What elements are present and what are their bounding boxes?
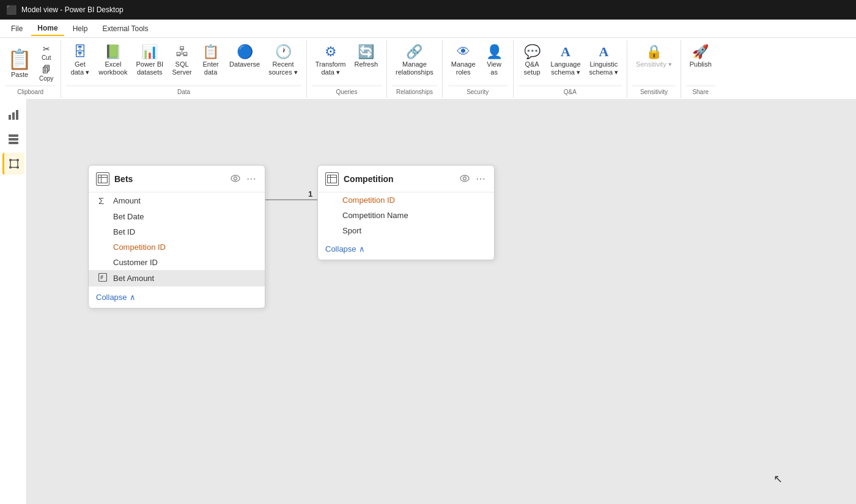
sidebar-icon-data[interactable] bbox=[2, 128, 24, 150]
share-group-label: Share bbox=[686, 86, 715, 95]
refresh-label: Refresh bbox=[355, 60, 378, 68]
competition-compid-row: Competition ID bbox=[318, 192, 494, 208]
security-group: 👁 Manageroles 👤 Viewas Security bbox=[443, 40, 514, 98]
publish-button[interactable]: 🚀 Publish bbox=[686, 43, 715, 71]
bets-card-header: Bets ⋯ bbox=[89, 166, 265, 192]
recent-sources-button[interactable]: 🕐 Recentsources ▾ bbox=[265, 43, 301, 79]
excel-button[interactable]: 📗 Excelworkbook bbox=[95, 43, 131, 79]
menu-home[interactable]: Home bbox=[31, 21, 64, 36]
bets-betamount-row[interactable]: # Bet Amount bbox=[89, 270, 265, 287]
bets-amount-field: Amount bbox=[113, 196, 141, 205]
qa-group-label: Q&A bbox=[518, 86, 622, 95]
cut-button[interactable]: ✂ Cut bbox=[37, 43, 56, 62]
bets-betid-row: Bet ID bbox=[89, 224, 265, 239]
linguistic-schema-button[interactable]: A Linguisticschema ▾ bbox=[586, 43, 622, 79]
competition-sport-field: Sport bbox=[342, 226, 361, 235]
copy-button[interactable]: 🗐 Copy bbox=[37, 64, 56, 83]
bets-table-name: Bets bbox=[114, 174, 224, 184]
security-group-label: Security bbox=[448, 86, 508, 95]
paste-button[interactable]: 📋 Paste bbox=[5, 45, 34, 81]
enter-data-button[interactable]: 📋 Enterdata bbox=[197, 43, 224, 79]
competition-compid-field: Competition ID bbox=[342, 195, 395, 205]
sql-icon: 🖧 bbox=[175, 45, 189, 59]
sensitivity-group-label: Sensitivity bbox=[632, 86, 676, 95]
get-data-button[interactable]: 🗄 Getdata ▾ bbox=[66, 43, 94, 79]
share-group: 🚀 Publish Share bbox=[681, 40, 720, 98]
bets-table-icon bbox=[96, 172, 109, 186]
competition-table-name: Competition bbox=[344, 174, 454, 184]
competition-collapse-button[interactable]: Collapse ∧ bbox=[318, 238, 494, 260]
svg-point-21 bbox=[234, 177, 237, 180]
competition-eye-button[interactable] bbox=[459, 172, 471, 186]
dataverse-button[interactable]: 🔵 Dataverse bbox=[226, 43, 264, 71]
manage-relationships-button[interactable]: 🔗 Managerelationships bbox=[392, 43, 437, 79]
menu-external-tools[interactable]: External Tools bbox=[96, 22, 154, 35]
transform-label: Transformdata ▾ bbox=[315, 60, 346, 76]
sigma-icon: Σ bbox=[98, 195, 108, 206]
bets-betamount-field: Bet Amount bbox=[113, 274, 154, 283]
bets-amount-row: Σ Amount bbox=[89, 192, 265, 209]
transform-icon: ⚙ bbox=[325, 45, 337, 59]
sql-server-button[interactable]: 🖧 SQLServer bbox=[168, 43, 196, 79]
enter-data-icon: 📋 bbox=[202, 45, 219, 59]
competition-table-icon bbox=[325, 172, 339, 186]
sidebar-icon-model[interactable] bbox=[2, 153, 24, 175]
svg-rect-17 bbox=[98, 175, 108, 183]
title-bar-text: Model view - Power BI Desktop bbox=[21, 5, 124, 14]
menu-help[interactable]: Help bbox=[67, 22, 94, 35]
language-schema-icon: A bbox=[561, 45, 570, 59]
manage-rel-label: Managerelationships bbox=[396, 60, 434, 76]
competition-more-button[interactable]: ⋯ bbox=[474, 172, 487, 186]
menu-bar: File Home Help External Tools bbox=[0, 20, 856, 38]
clipboard-group: 📋 Paste ✂ Cut 🗐 Copy Clipboard bbox=[0, 40, 61, 98]
menu-file[interactable]: File bbox=[5, 22, 29, 35]
refresh-button[interactable]: 🔄 Refresh bbox=[351, 43, 382, 71]
svg-point-20 bbox=[231, 175, 240, 181]
cursor-indicator: ↖ bbox=[773, 472, 783, 486]
bets-collapse-button[interactable]: Collapse ∧ bbox=[89, 287, 265, 308]
clipboard-label: Clipboard bbox=[5, 86, 56, 95]
view-as-icon: 👤 bbox=[486, 45, 503, 59]
cut-label: Cut bbox=[42, 54, 51, 61]
competition-sport-row: Sport bbox=[318, 223, 494, 238]
bets-eye-button[interactable] bbox=[229, 172, 242, 186]
svg-rect-0 bbox=[9, 115, 11, 120]
sensitivity-button[interactable]: 🔒 Sensitivity ▾ bbox=[632, 43, 676, 71]
bets-more-button[interactable]: ⋯ bbox=[245, 172, 257, 186]
manage-roles-label: Manageroles bbox=[451, 60, 476, 76]
svg-rect-24 bbox=[328, 175, 337, 183]
svg-rect-2 bbox=[16, 110, 18, 120]
paste-label: Paste bbox=[11, 71, 28, 78]
transform-data-button[interactable]: ⚙ Transformdata ▾ bbox=[312, 43, 350, 79]
language-schema-button[interactable]: A Languageschema ▾ bbox=[547, 43, 585, 79]
competition-name-row: Competition Name bbox=[318, 208, 494, 223]
competition-name-field: Competition Name bbox=[342, 211, 408, 220]
excel-label: Excelworkbook bbox=[98, 60, 127, 76]
competition-table-card: Competition ⋯ Competition ID Competition… bbox=[317, 165, 495, 260]
qa-setup-button[interactable]: 💬 Q&Asetup bbox=[518, 43, 546, 79]
view-as-label: Viewas bbox=[487, 60, 501, 76]
publish-icon: 🚀 bbox=[692, 45, 709, 59]
get-data-icon: 🗄 bbox=[73, 45, 87, 59]
svg-rect-1 bbox=[12, 112, 15, 120]
powerbi-datasets-button[interactable]: 📊 Power BIdatasets bbox=[132, 43, 167, 79]
svg-rect-5 bbox=[9, 142, 18, 144]
publish-label: Publish bbox=[690, 60, 712, 68]
manage-roles-button[interactable]: 👁 Manageroles bbox=[448, 43, 479, 79]
bets-betid-field: Bet ID bbox=[113, 227, 135, 236]
excel-icon: 📗 bbox=[105, 45, 121, 59]
sidebar-icon-report[interactable] bbox=[2, 104, 24, 126]
manage-rel-icon: 🔗 bbox=[406, 45, 422, 59]
queries-group: ⚙ Transformdata ▾ 🔄 Refresh Queries bbox=[307, 40, 387, 98]
bets-custid-row: Customer ID bbox=[89, 255, 265, 270]
bets-custid-field: Customer ID bbox=[113, 258, 158, 267]
bets-betdate-row: Bet Date bbox=[89, 209, 265, 224]
copy-icon: 🗐 bbox=[42, 65, 51, 75]
view-as-button[interactable]: 👤 Viewas bbox=[481, 43, 508, 79]
bets-collapse-icon: ∧ bbox=[130, 293, 136, 302]
ribbon: 📋 Paste ✂ Cut 🗐 Copy Clipboard 🗄 Getdata… bbox=[0, 38, 856, 101]
svg-point-28 bbox=[463, 177, 467, 180]
get-data-label: Getdata ▾ bbox=[71, 60, 89, 76]
bets-compid-row: Competition ID bbox=[89, 239, 265, 255]
recent-sources-icon: 🕐 bbox=[275, 45, 292, 59]
